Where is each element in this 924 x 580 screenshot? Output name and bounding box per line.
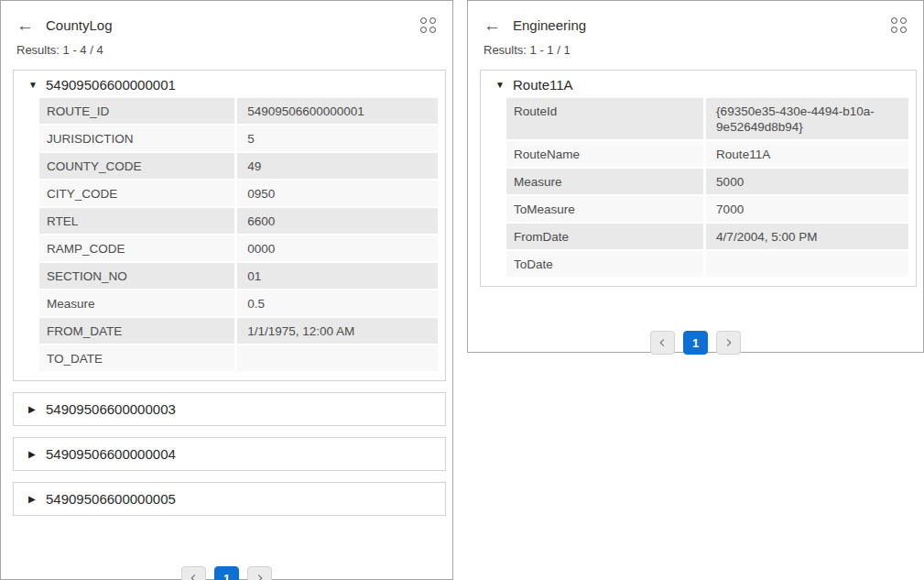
field-name: SECTION_NO — [39, 263, 234, 289]
field-value — [703, 251, 908, 277]
back-icon[interactable]: ← — [16, 16, 34, 34]
countylog-panel: ← CountyLog Results: 1 - 4 / 4 ▼ 5490950… — [0, 0, 453, 580]
caret-right-icon: ▶ — [28, 495, 38, 504]
table-row: RTEL 6600 — [39, 208, 438, 234]
field-name: RouteId — [506, 98, 703, 139]
chevron-left-icon — [190, 574, 198, 580]
table-row: FROM_DATE 1/1/1975, 12:00 AM — [39, 318, 438, 344]
page-title: CountyLog — [46, 17, 113, 33]
field-value: 1/1/1975, 12:00 AM — [234, 318, 438, 344]
table-row: RouteId {69350e35-430e-4494-b10a-9e52649… — [506, 98, 908, 139]
chevron-left-icon — [658, 338, 667, 347]
panel-header: ← Engineering — [468, 1, 923, 39]
field-value: 0950 — [234, 181, 438, 206]
table-row: Measure 0.5 — [39, 290, 438, 316]
caret-right-icon: ▶ — [28, 405, 38, 414]
table-row: ToMeasure 7000 — [506, 196, 908, 222]
feature-header[interactable]: ▼ Route11A — [481, 71, 916, 97]
next-page-button[interactable] — [716, 331, 741, 355]
pagination: 1 — [468, 331, 923, 355]
field-name: JURISDICTION — [39, 126, 234, 151]
field-name: RTEL — [39, 208, 234, 234]
table-row: JURISDICTION 5 — [39, 126, 438, 151]
field-value: 0.5 — [234, 290, 438, 316]
chevron-right-icon — [724, 338, 733, 347]
field-value: Route11A — [703, 141, 908, 167]
feature-header[interactable]: ▶ 54909506600000003 — [14, 393, 445, 425]
dock-actions-icon[interactable] — [419, 16, 438, 35]
back-icon[interactable]: ← — [484, 16, 501, 34]
feature-header[interactable]: ▶ 54909506600000004 — [14, 438, 445, 470]
field-name: FROM_DATE — [39, 318, 234, 344]
table-row: SECTION_NO 01 — [39, 263, 438, 289]
pagination: 1 — [1, 566, 452, 580]
feature-header[interactable]: ▼ 54909506600000001 — [14, 71, 445, 97]
feature-title: 54909506600000001 — [46, 77, 176, 93]
feature-item-collapsed: ▶ 54909506600000005 — [13, 482, 446, 516]
table-row: TO_DATE — [39, 345, 438, 371]
field-value: 54909506600000001 — [234, 98, 438, 124]
field-name: RouteName — [506, 141, 703, 167]
dock-actions-icon[interactable] — [889, 16, 908, 35]
field-name: ToMeasure — [506, 196, 703, 222]
feature-item-expanded: ▼ 54909506600000001 ROUTE_ID 54909506600… — [13, 70, 446, 381]
field-name: ROUTE_ID — [39, 98, 234, 124]
field-value: 5000 — [703, 169, 908, 194]
table-row: RAMP_CODE 0000 — [39, 235, 438, 261]
results-count: Results: 1 - 4 / 4 — [1, 43, 452, 57]
field-value: 0000 — [234, 235, 438, 261]
table-row: FromDate 4/7/2004, 5:00 PM — [506, 224, 908, 249]
feature-title: Route11A — [513, 77, 573, 93]
feature-item-collapsed: ▶ 54909506600000003 — [13, 392, 446, 426]
caret-down-icon: ▼ — [28, 81, 38, 90]
previous-page-button[interactable] — [181, 566, 206, 580]
field-name: Measure — [506, 169, 703, 194]
table-row: COUNTY_CODE 49 — [39, 153, 438, 179]
field-value — [234, 345, 438, 371]
caret-right-icon: ▶ — [28, 450, 38, 459]
chevron-right-icon — [255, 574, 264, 580]
table-row: CITY_CODE 0950 — [39, 181, 438, 206]
field-value: 4/7/2004, 5:00 PM — [703, 224, 908, 249]
field-name: RAMP_CODE — [39, 235, 234, 261]
field-name: COUNTY_CODE — [39, 153, 234, 179]
feature-header[interactable]: ▶ 54909506600000005 — [14, 483, 445, 515]
attribute-table: RouteId {69350e35-430e-4494-b10a-9e52649… — [506, 98, 908, 277]
current-page-button[interactable]: 1 — [683, 331, 708, 355]
page-title: Engineering — [513, 17, 586, 33]
field-value: 7000 — [703, 196, 908, 222]
feature-title: 54909506600000005 — [46, 491, 176, 507]
field-name: FromDate — [506, 224, 703, 249]
field-name: ToDate — [506, 251, 703, 277]
field-name: Measure — [39, 290, 234, 316]
field-name: CITY_CODE — [39, 181, 234, 206]
field-value: 01 — [234, 263, 438, 289]
previous-page-button[interactable] — [650, 331, 675, 355]
feature-title: 54909506600000004 — [46, 446, 176, 462]
caret-down-icon: ▼ — [495, 81, 505, 90]
feature-title: 54909506600000003 — [46, 401, 176, 417]
current-page-button[interactable]: 1 — [214, 566, 239, 580]
field-value: 49 — [234, 153, 438, 179]
feature-item-collapsed: ▶ 54909506600000004 — [13, 437, 446, 471]
field-value: {69350e35-430e-4494-b10a-9e52649d8b94} — [703, 98, 908, 139]
panel-header: ← CountyLog — [1, 1, 452, 39]
attribute-table: ROUTE_ID 54909506600000001 JURISDICTION … — [39, 98, 438, 371]
table-row: RouteName Route11A — [506, 141, 908, 167]
engineering-panel: ← Engineering Results: 1 - 1 / 1 ▼ Route… — [467, 0, 924, 353]
table-row: Measure 5000 — [506, 169, 908, 194]
field-name: TO_DATE — [39, 345, 234, 371]
next-page-button[interactable] — [247, 566, 272, 580]
table-row: ROUTE_ID 54909506600000001 — [39, 98, 438, 124]
field-value: 5 — [234, 126, 438, 151]
feature-item-expanded: ▼ Route11A RouteId {69350e35-430e-4494-b… — [480, 70, 917, 287]
table-row: ToDate — [506, 251, 908, 277]
field-value: 6600 — [234, 208, 438, 234]
results-count: Results: 1 - 1 / 1 — [468, 43, 923, 57]
